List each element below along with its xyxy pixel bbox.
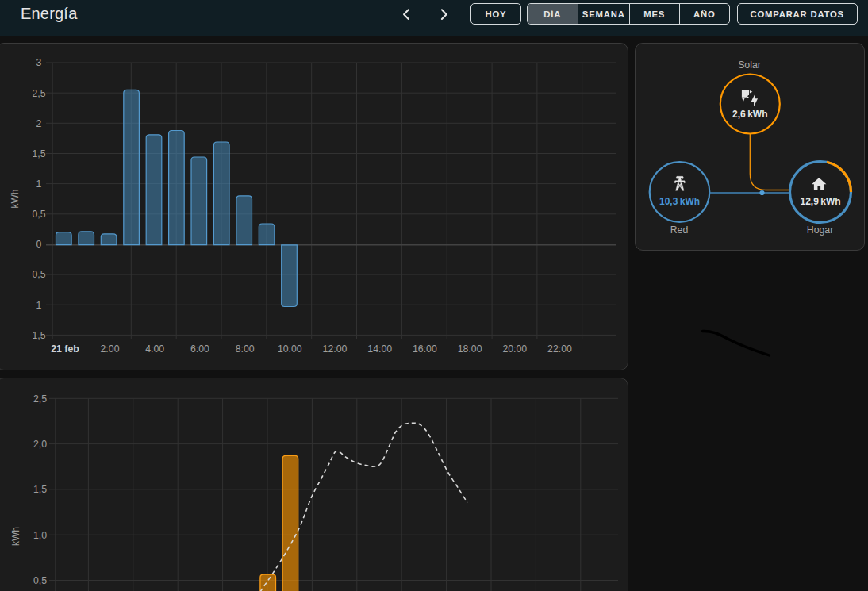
svg-text:1: 1 — [36, 178, 42, 190]
svg-text:4:00: 4:00 — [145, 343, 164, 355]
svg-text:Red: Red — [670, 225, 689, 236]
svg-text:1,0: 1,0 — [33, 530, 47, 541]
svg-text:8:00: 8:00 — [236, 343, 255, 355]
svg-text:2: 2 — [36, 118, 42, 129]
svg-text:12:00: 12:00 — [323, 343, 348, 355]
svg-text:10,3 kWh: 10,3 kWh — [659, 196, 700, 207]
svg-text:1,5: 1,5 — [32, 148, 45, 159]
svg-text:Hogar: Hogar — [807, 225, 834, 236]
svg-text:0,5: 0,5 — [32, 209, 45, 220]
svg-text:0,5: 0,5 — [33, 575, 47, 586]
svg-text:1,5: 1,5 — [32, 330, 45, 341]
svg-text:20:00: 20:00 — [502, 343, 527, 355]
svg-text:21 feb: 21 feb — [51, 343, 79, 355]
svg-text:16:00: 16:00 — [413, 343, 437, 355]
svg-text:1: 1 — [36, 300, 42, 311]
svg-text:2,6 kWh: 2,6 kWh — [732, 109, 767, 120]
svg-text:10:00: 10:00 — [278, 343, 302, 355]
svg-text:14:00: 14:00 — [367, 343, 392, 355]
svg-text:18:00: 18:00 — [458, 343, 482, 355]
svg-text:kWh: kWh — [10, 190, 21, 209]
svg-text:22:00: 22:00 — [547, 343, 572, 355]
svg-text:2,0: 2,0 — [33, 439, 47, 450]
svg-text:12,9 kWh: 12,9 kWh — [800, 196, 840, 207]
svg-text:0,5: 0,5 — [32, 269, 45, 280]
svg-text:2,5: 2,5 — [32, 88, 45, 99]
svg-text:3: 3 — [36, 57, 42, 68]
svg-text:2,5: 2,5 — [33, 393, 47, 405]
svg-text:Solar: Solar — [738, 59, 761, 71]
svg-text:kWh: kWh — [10, 527, 21, 546]
svg-text:0: 0 — [36, 239, 42, 250]
svg-text:6:00: 6:00 — [190, 343, 209, 355]
svg-text:2:00: 2:00 — [101, 343, 120, 355]
svg-text:1,5: 1,5 — [33, 484, 47, 495]
